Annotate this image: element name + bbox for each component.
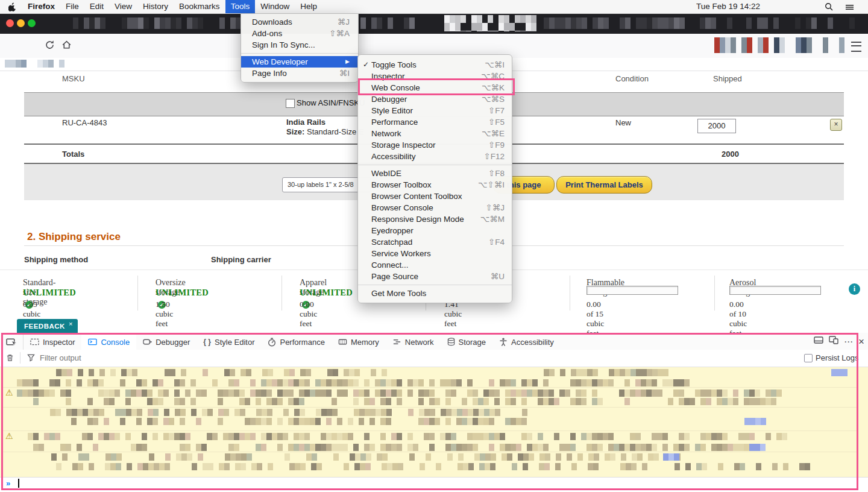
- menu-item-connect[interactable]: Connect...: [358, 259, 512, 271]
- row-product-title: India Rails: [286, 118, 326, 127]
- filter-funnel-icon[interactable]: [27, 353, 35, 364]
- menu-item-performance[interactable]: Performance⇧F5: [358, 116, 512, 128]
- devtools-tab-inspector[interactable]: Inspector: [24, 333, 81, 350]
- menu-item-service-workers[interactable]: Service Workers: [358, 248, 512, 259]
- menubar-item-file[interactable]: File: [60, 0, 84, 13]
- menubar-item-window[interactable]: Window: [255, 0, 295, 13]
- menu-item-web-developer[interactable]: Web Developer▶: [241, 56, 358, 68]
- devtools-tab-performance[interactable]: Performance: [261, 333, 331, 350]
- menu-item-web-console[interactable]: Web Console⌥⌘K: [358, 82, 512, 93]
- show-asin-checkbox[interactable]: [286, 99, 295, 108]
- menu-item-browser-content-toolbox[interactable]: Browser Content Toolbox: [358, 191, 512, 202]
- spotlight-search-icon[interactable]: [825, 2, 833, 13]
- memory-icon: [338, 338, 347, 345]
- menu-shortcut: ⌘U: [491, 271, 505, 282]
- devtools-tab-style-editor[interactable]: { }Style Editor: [197, 333, 261, 350]
- home-button[interactable]: [61, 40, 72, 52]
- menu-item-debugger[interactable]: Debugger⌥⌘S: [358, 93, 512, 105]
- devtools-more-button[interactable]: ⋯: [844, 337, 853, 346]
- menu-item-page-info[interactable]: Page Info⌘I: [241, 68, 358, 79]
- menubar-item-bookmarks[interactable]: Bookmarks: [174, 0, 225, 13]
- menu-item-style-editor[interactable]: Style Editor⇧F7: [358, 105, 512, 116]
- devtools-tab-network[interactable]: Network: [386, 333, 441, 350]
- persist-logs-toggle[interactable]: Persist Logs: [804, 353, 859, 362]
- window-minimize-button[interactable]: [17, 19, 25, 27]
- storage-icon: [447, 338, 455, 346]
- devtools-tab-debugger[interactable]: Debugger: [136, 333, 197, 350]
- redacted-content: [689, 17, 742, 29]
- menu-item-browser-toolbox[interactable]: Browser Toolbox⌥⇧⌘I: [358, 179, 512, 191]
- menu-item-get-more-tools[interactable]: Get More Tools: [358, 288, 512, 299]
- devtools-tab-memory[interactable]: Memory: [332, 333, 386, 350]
- menu-item-label: Accessibility: [371, 151, 469, 162]
- menu-item-label: Debugger: [371, 93, 467, 105]
- window-zoom-button[interactable]: [28, 19, 36, 27]
- console-input-row[interactable]: »: [0, 477, 868, 489]
- menu-shortcut: ⌥⌘M: [480, 213, 505, 225]
- devtools-close-button[interactable]: ×: [858, 336, 864, 347]
- menu-item-page-source[interactable]: Page Source⌘U: [358, 271, 512, 282]
- menu-item-webide[interactable]: WebIDE⇧F8: [358, 168, 512, 179]
- menu-item-scratchpad[interactable]: Scratchpad⇧F4: [358, 236, 512, 248]
- redacted-content: [746, 17, 860, 29]
- menubar-clock[interactable]: Tue Feb 19 14:22: [696, 0, 760, 13]
- screen: Firefox File Edit View History Bookmarks…: [0, 0, 868, 492]
- devtools-toolbar-buttons: ⋯ ×: [814, 333, 868, 350]
- apple-menu-icon[interactable]: [8, 2, 16, 11]
- column-header-msku: MSKU: [62, 74, 85, 83]
- menu-item-storage-inspector[interactable]: Storage Inspector⇧F9: [358, 139, 512, 151]
- menu-item-eyedropper[interactable]: Eyedropper: [358, 225, 512, 236]
- totals-label: Totals: [62, 150, 84, 159]
- devtools-tab-accessibility[interactable]: Accessibility: [492, 333, 561, 350]
- feedback-close-icon[interactable]: ×: [69, 320, 73, 327]
- storage-value: 1.50 cubic feet: [156, 300, 173, 329]
- devtools-tab-label: Style Editor: [215, 338, 254, 347]
- devtools-tab-console[interactable]: Console: [81, 333, 136, 350]
- redacted-content: [714, 37, 842, 53]
- feedback-tab[interactable]: FEEDBACK×: [17, 319, 78, 333]
- clear-console-icon[interactable]: [6, 353, 14, 364]
- menu-shortcut: ⇧F4: [488, 236, 505, 248]
- persist-logs-checkbox[interactable]: [804, 354, 813, 362]
- node-picker-button[interactable]: [0, 333, 24, 350]
- hamburger-menu-icon[interactable]: [851, 42, 861, 52]
- row-size-label: Size:: [286, 127, 304, 136]
- menu-item-responsive-design-mode[interactable]: Responsive Design Mode⌥⌘M: [358, 213, 512, 225]
- menu-item-network[interactable]: Network⌥⌘E: [358, 128, 512, 139]
- console-log-redacted: [17, 390, 778, 397]
- menu-item-add-ons[interactable]: Add-ons⇧⌘A: [241, 28, 358, 39]
- redacted-content: [444, 15, 536, 31]
- menu-item-browser-console[interactable]: Browser Console⇧⌘J: [358, 202, 512, 213]
- menu-item-inspector[interactable]: Inspector⌥⌘C: [358, 71, 512, 82]
- menubar-item-edit[interactable]: Edit: [84, 0, 109, 13]
- devtools-tab-storage[interactable]: Storage: [441, 333, 493, 350]
- print-thermal-labels-button[interactable]: Print Thermal Labels: [556, 176, 652, 194]
- console-log-redacted: [35, 453, 678, 461]
- menubar-item-history[interactable]: History: [137, 0, 174, 13]
- menu-item-sign-in-to-sync[interactable]: Sign In To Sync...: [241, 39, 358, 51]
- menu-item-downloads[interactable]: Downloads⌘J: [241, 16, 358, 28]
- column-header-condition: Condition: [615, 74, 649, 83]
- delete-row-button[interactable]: ×: [830, 119, 842, 131]
- responsive-mode-button[interactable]: [829, 336, 838, 347]
- storage-info-icon[interactable]: i: [849, 283, 860, 295]
- console-log-redacted: [17, 444, 747, 451]
- menubar-item-view[interactable]: View: [109, 0, 137, 13]
- menubar-item-tools[interactable]: Tools: [225, 0, 256, 13]
- menubar-item-firefox[interactable]: Firefox: [22, 0, 60, 13]
- shipped-quantity-input[interactable]: 2000: [697, 119, 736, 133]
- notification-center-icon[interactable]: [845, 2, 854, 13]
- menu-item-accessibility[interactable]: Accessibility⇧F12: [358, 151, 512, 162]
- window-close-button[interactable]: [6, 19, 14, 27]
- menu-item-label: Toggle Tools: [371, 59, 470, 71]
- console-message-divider: [2, 407, 857, 408]
- filter-output-input[interactable]: Filter output: [40, 353, 81, 362]
- console-log-redacted: [744, 418, 761, 425]
- submenu-arrow-icon: ▶: [345, 56, 350, 68]
- menu-item-toggle-tools[interactable]: ✓Toggle Tools⌥⌘I: [358, 59, 512, 71]
- split-console-button[interactable]: [814, 336, 823, 347]
- menubar-item-help[interactable]: Help: [295, 0, 322, 13]
- reload-button[interactable]: [45, 40, 55, 52]
- persist-logs-label: Persist Logs: [816, 353, 859, 362]
- menu-item-label: Sign In To Sync...: [252, 39, 350, 51]
